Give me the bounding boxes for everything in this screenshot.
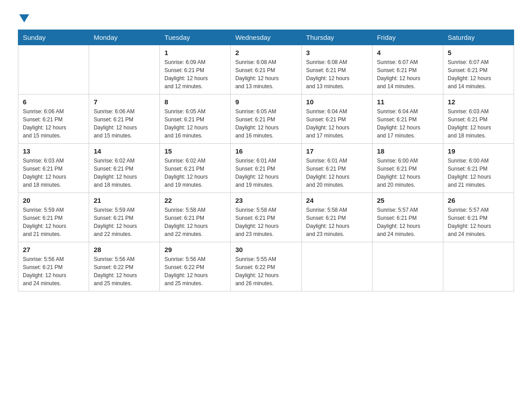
- calendar-cell: 20Sunrise: 5:59 AMSunset: 6:21 PMDayligh…: [18, 193, 89, 242]
- day-info: Sunrise: 6:07 AMSunset: 6:21 PMDaylight:…: [448, 58, 509, 90]
- day-number: 16: [235, 147, 296, 155]
- day-number: 12: [448, 98, 509, 106]
- calendar-cell: [372, 242, 443, 291]
- day-number: 10: [306, 98, 368, 106]
- calendar-cell: 28Sunrise: 5:56 AMSunset: 6:22 PMDayligh…: [89, 242, 160, 291]
- day-number: 1: [164, 49, 226, 56]
- day-info: Sunrise: 6:01 AMSunset: 6:21 PMDaylight:…: [235, 157, 296, 189]
- calendar-cell: 30Sunrise: 5:55 AMSunset: 6:22 PMDayligh…: [231, 242, 301, 291]
- day-info: Sunrise: 5:58 AMSunset: 6:21 PMDaylight:…: [164, 206, 226, 238]
- day-info: Sunrise: 6:06 AMSunset: 6:21 PMDaylight:…: [23, 107, 84, 140]
- calendar-cell: 24Sunrise: 5:58 AMSunset: 6:21 PMDayligh…: [301, 193, 372, 242]
- calendar-cell: 26Sunrise: 5:57 AMSunset: 6:21 PMDayligh…: [443, 193, 514, 242]
- col-saturday: Saturday: [443, 30, 514, 45]
- calendar-cell: 16Sunrise: 6:01 AMSunset: 6:21 PMDayligh…: [231, 144, 301, 193]
- day-number: 23: [235, 197, 296, 204]
- calendar-cell: 11Sunrise: 6:04 AMSunset: 6:21 PMDayligh…: [372, 94, 443, 144]
- day-number: 22: [164, 197, 226, 204]
- day-number: 25: [377, 197, 438, 204]
- day-info: Sunrise: 6:03 AMSunset: 6:21 PMDaylight:…: [448, 107, 509, 140]
- calendar-week-row: 27Sunrise: 5:56 AMSunset: 6:21 PMDayligh…: [18, 242, 514, 291]
- calendar-week-row: 13Sunrise: 6:03 AMSunset: 6:21 PMDayligh…: [18, 144, 514, 193]
- day-info: Sunrise: 6:04 AMSunset: 6:21 PMDaylight:…: [306, 107, 368, 140]
- day-number: 18: [377, 147, 438, 155]
- col-wednesday: Wednesday: [231, 30, 301, 45]
- calendar-header: Sunday Monday Tuesday Wednesday Thursday…: [18, 30, 514, 45]
- calendar-cell: 29Sunrise: 5:56 AMSunset: 6:22 PMDayligh…: [160, 242, 231, 291]
- calendar-cell: 5Sunrise: 6:07 AMSunset: 6:21 PMDaylight…: [443, 45, 514, 94]
- day-info: Sunrise: 6:04 AMSunset: 6:21 PMDaylight:…: [377, 107, 438, 140]
- calendar-cell: 21Sunrise: 5:59 AMSunset: 6:21 PMDayligh…: [89, 193, 160, 242]
- calendar-cell: [18, 45, 89, 94]
- day-number: 29: [164, 246, 226, 253]
- day-number: 28: [94, 246, 155, 253]
- day-info: Sunrise: 6:01 AMSunset: 6:21 PMDaylight:…: [306, 157, 368, 189]
- calendar-cell: 22Sunrise: 5:58 AMSunset: 6:21 PMDayligh…: [160, 193, 231, 242]
- day-number: 5: [448, 49, 509, 56]
- calendar-table: Sunday Monday Tuesday Wednesday Thursday…: [18, 30, 514, 291]
- day-number: 4: [377, 49, 438, 56]
- day-info: Sunrise: 5:57 AMSunset: 6:21 PMDaylight:…: [448, 206, 509, 238]
- calendar-cell: 6Sunrise: 6:06 AMSunset: 6:21 PMDaylight…: [18, 94, 89, 144]
- day-info: Sunrise: 5:58 AMSunset: 6:21 PMDaylight:…: [306, 206, 368, 238]
- day-info: Sunrise: 5:56 AMSunset: 6:22 PMDaylight:…: [94, 255, 155, 287]
- page-header: [18, 13, 514, 21]
- calendar-cell: 1Sunrise: 6:09 AMSunset: 6:21 PMDaylight…: [160, 45, 231, 94]
- day-info: Sunrise: 6:05 AMSunset: 6:21 PMDaylight:…: [164, 107, 226, 140]
- calendar-cell: 9Sunrise: 6:05 AMSunset: 6:21 PMDaylight…: [231, 94, 301, 144]
- day-number: 11: [377, 98, 438, 106]
- day-info: Sunrise: 6:00 AMSunset: 6:21 PMDaylight:…: [448, 157, 509, 189]
- day-info: Sunrise: 6:02 AMSunset: 6:21 PMDaylight:…: [94, 157, 155, 189]
- col-monday: Monday: [89, 30, 160, 45]
- day-info: Sunrise: 6:09 AMSunset: 6:21 PMDaylight:…: [164, 58, 226, 90]
- day-number: 19: [448, 147, 509, 155]
- calendar-cell: 3Sunrise: 6:08 AMSunset: 6:21 PMDaylight…: [301, 45, 372, 94]
- day-number: 15: [164, 147, 226, 155]
- calendar-cell: 13Sunrise: 6:03 AMSunset: 6:21 PMDayligh…: [18, 144, 89, 193]
- day-number: 2: [235, 49, 296, 56]
- day-number: 6: [23, 98, 84, 106]
- day-number: 20: [23, 197, 84, 204]
- calendar-cell: 25Sunrise: 5:57 AMSunset: 6:21 PMDayligh…: [372, 193, 443, 242]
- day-info: Sunrise: 5:55 AMSunset: 6:22 PMDaylight:…: [235, 255, 296, 287]
- col-sunday: Sunday: [18, 30, 89, 45]
- day-info: Sunrise: 6:00 AMSunset: 6:21 PMDaylight:…: [377, 157, 438, 189]
- day-number: 26: [448, 197, 509, 204]
- calendar-cell: 4Sunrise: 6:07 AMSunset: 6:21 PMDaylight…: [372, 45, 443, 94]
- calendar-cell: [89, 45, 160, 94]
- day-info: Sunrise: 5:59 AMSunset: 6:21 PMDaylight:…: [23, 206, 84, 238]
- day-number: 14: [94, 147, 155, 155]
- day-number: 24: [306, 197, 368, 204]
- day-info: Sunrise: 5:56 AMSunset: 6:21 PMDaylight:…: [23, 255, 84, 287]
- calendar-cell: 12Sunrise: 6:03 AMSunset: 6:21 PMDayligh…: [443, 94, 514, 144]
- day-number: 30: [235, 246, 296, 253]
- day-info: Sunrise: 5:58 AMSunset: 6:21 PMDaylight:…: [235, 206, 296, 238]
- calendar-week-row: 6Sunrise: 6:06 AMSunset: 6:21 PMDaylight…: [18, 94, 514, 144]
- col-tuesday: Tuesday: [160, 30, 231, 45]
- day-number: 21: [94, 197, 155, 204]
- header-row: Sunday Monday Tuesday Wednesday Thursday…: [18, 30, 514, 45]
- calendar-cell: 27Sunrise: 5:56 AMSunset: 6:21 PMDayligh…: [18, 242, 89, 291]
- day-info: Sunrise: 6:06 AMSunset: 6:21 PMDaylight:…: [94, 107, 155, 140]
- calendar-week-row: 1Sunrise: 6:09 AMSunset: 6:21 PMDaylight…: [18, 45, 514, 94]
- calendar-cell: 8Sunrise: 6:05 AMSunset: 6:21 PMDaylight…: [160, 94, 231, 144]
- calendar-body: 1Sunrise: 6:09 AMSunset: 6:21 PMDaylight…: [18, 45, 514, 291]
- calendar-cell: 7Sunrise: 6:06 AMSunset: 6:21 PMDaylight…: [89, 94, 160, 144]
- svg-marker-0: [19, 14, 29, 22]
- col-friday: Friday: [372, 30, 443, 45]
- calendar-week-row: 20Sunrise: 5:59 AMSunset: 6:21 PMDayligh…: [18, 193, 514, 242]
- day-info: Sunrise: 5:57 AMSunset: 6:21 PMDaylight:…: [377, 206, 438, 238]
- day-info: Sunrise: 6:03 AMSunset: 6:21 PMDaylight:…: [23, 157, 84, 189]
- day-number: 3: [306, 49, 368, 56]
- calendar-cell: 15Sunrise: 6:02 AMSunset: 6:21 PMDayligh…: [160, 144, 231, 193]
- calendar-cell: 14Sunrise: 6:02 AMSunset: 6:21 PMDayligh…: [89, 144, 160, 193]
- calendar-cell: 23Sunrise: 5:58 AMSunset: 6:21 PMDayligh…: [231, 193, 301, 242]
- calendar-cell: 18Sunrise: 6:00 AMSunset: 6:21 PMDayligh…: [372, 144, 443, 193]
- logo-arrow-icon: [19, 14, 29, 22]
- day-info: Sunrise: 5:56 AMSunset: 6:22 PMDaylight:…: [164, 255, 226, 287]
- col-thursday: Thursday: [301, 30, 372, 45]
- day-number: 7: [94, 98, 155, 106]
- calendar-cell: 19Sunrise: 6:00 AMSunset: 6:21 PMDayligh…: [443, 144, 514, 193]
- calendar-cell: 17Sunrise: 6:01 AMSunset: 6:21 PMDayligh…: [301, 144, 372, 193]
- day-info: Sunrise: 6:02 AMSunset: 6:21 PMDaylight:…: [164, 157, 226, 189]
